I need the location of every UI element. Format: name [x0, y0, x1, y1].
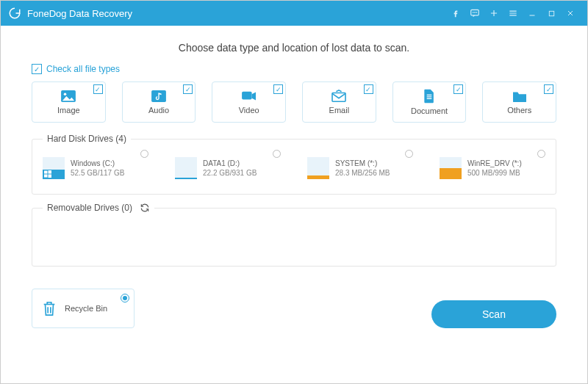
removable-legend: Removable Drives (0) — [47, 203, 132, 213]
type-audio[interactable]: ✓ Audio — [122, 81, 196, 123]
recycle-bin-card[interactable]: Recycle Bin — [32, 289, 135, 328]
svg-rect-9 — [332, 93, 345, 102]
drive-name: DATA1 (D:) — [203, 159, 257, 169]
checkbox-icon[interactable]: ✓ — [544, 84, 553, 94]
drive-item[interactable]: SYSTEM (*:)28.3 MB/256 MB — [307, 151, 413, 185]
logo-icon — [8, 7, 21, 20]
scan-button[interactable]: Scan — [431, 300, 556, 328]
drive-size: 28.3 MB/256 MB — [335, 168, 390, 178]
drive-usage-icon — [175, 157, 197, 179]
drive-usage-icon — [307, 157, 329, 179]
drive-size: 52.5 GB/117 GB — [71, 168, 124, 178]
recycle-label: Recycle Bin — [65, 304, 107, 313]
audio-icon — [151, 90, 167, 103]
checkbox-icon[interactable]: ✓ — [364, 84, 373, 94]
drive-info: DATA1 (D:)22.2 GB/931 GB — [203, 159, 257, 178]
type-label: Image — [57, 106, 80, 115]
type-label: Audio — [148, 106, 169, 115]
titlebar: FoneDog Data Recovery — [1, 1, 587, 26]
removable-section: Removable Drives (0) — [32, 208, 556, 267]
drive-item[interactable]: DATA1 (D:)22.2 GB/931 GB — [175, 151, 281, 185]
minimize-button[interactable] — [523, 4, 542, 23]
image-icon — [60, 90, 76, 103]
email-icon — [331, 90, 347, 103]
svg-rect-11 — [49, 170, 52, 174]
type-label: Document — [411, 106, 448, 115]
drive-name: WinRE_DRV (*:) — [467, 159, 522, 169]
drive-item[interactable]: Windows (C:)52.5 GB/117 GB — [43, 151, 148, 185]
svg-rect-4 — [549, 11, 553, 15]
svg-point-3 — [476, 12, 477, 13]
app-logo: FoneDog Data Recovery — [8, 7, 132, 20]
type-image[interactable]: ✓ Image — [32, 81, 106, 123]
drive-info: Windows (C:)52.5 GB/117 GB — [71, 159, 124, 178]
drive-radio[interactable] — [273, 150, 281, 158]
check-all-row[interactable]: ✓ Check all file types — [32, 64, 556, 74]
type-label: Others — [507, 106, 531, 115]
type-others[interactable]: ✓ Others — [482, 81, 556, 123]
radio-selected-icon[interactable] — [121, 294, 129, 303]
drive-usage-icon — [43, 157, 65, 179]
folder-icon — [512, 90, 528, 103]
type-email[interactable]: ✓ Email — [302, 81, 376, 123]
drive-name: SYSTEM (*:) — [335, 159, 390, 169]
drive-radio[interactable] — [537, 150, 545, 158]
menu-icon[interactable] — [503, 4, 523, 23]
close-button[interactable] — [561, 4, 580, 23]
drive-item[interactable]: WinRE_DRV (*:)500 MB/999 MB — [440, 151, 545, 185]
type-label: Video — [239, 106, 259, 115]
drive-info: WinRE_DRV (*:)500 MB/999 MB — [467, 159, 522, 178]
refresh-icon[interactable] — [140, 203, 150, 213]
type-document[interactable]: ✓ Document — [392, 81, 467, 123]
file-type-row: ✓ Image ✓ Audio ✓ Video ✓ Email ✓ Docume… — [32, 81, 556, 123]
drive-radio[interactable] — [405, 150, 413, 158]
svg-rect-8 — [242, 92, 252, 100]
document-icon — [423, 89, 436, 104]
checkbox-icon[interactable]: ✓ — [273, 84, 283, 94]
svg-rect-10 — [44, 171, 48, 174]
app-title: FoneDog Data Recovery — [27, 8, 132, 19]
type-video[interactable]: ✓ Video — [212, 81, 286, 123]
drive-size: 22.2 GB/931 GB — [203, 168, 257, 178]
drive-size: 500 MB/999 MB — [467, 168, 522, 178]
drive-radio[interactable] — [140, 150, 148, 158]
hdd-legend: Hard Disk Drives (4) — [43, 134, 131, 144]
svg-rect-13 — [49, 175, 52, 178]
scan-label: Scan — [482, 308, 506, 320]
maximize-button[interactable] — [542, 4, 561, 23]
svg-point-2 — [475, 12, 476, 13]
type-label: Email — [329, 106, 350, 115]
facebook-icon[interactable] — [446, 4, 465, 23]
check-all-label: Check all file types — [46, 64, 120, 74]
svg-rect-12 — [44, 175, 48, 178]
drive-name: Windows (C:) — [71, 159, 124, 169]
page-heading: Choose data type and location of lost da… — [32, 42, 556, 54]
feedback-icon[interactable] — [465, 4, 484, 23]
drive-info: SYSTEM (*:)28.3 MB/256 MB — [335, 159, 390, 178]
checkbox-icon[interactable]: ✓ — [453, 84, 463, 94]
checkbox-icon[interactable]: ✓ — [93, 84, 103, 94]
checkbox-icon[interactable]: ✓ — [183, 84, 193, 94]
hdd-section: Hard Disk Drives (4) Windows (C:)52.5 GB… — [32, 139, 556, 195]
check-all-checkbox[interactable]: ✓ — [32, 64, 42, 74]
plus-icon[interactable] — [484, 4, 503, 23]
svg-point-6 — [64, 93, 67, 96]
video-icon — [241, 90, 257, 103]
trash-icon — [41, 300, 57, 317]
drive-usage-icon — [440, 157, 462, 179]
svg-point-1 — [473, 12, 473, 13]
